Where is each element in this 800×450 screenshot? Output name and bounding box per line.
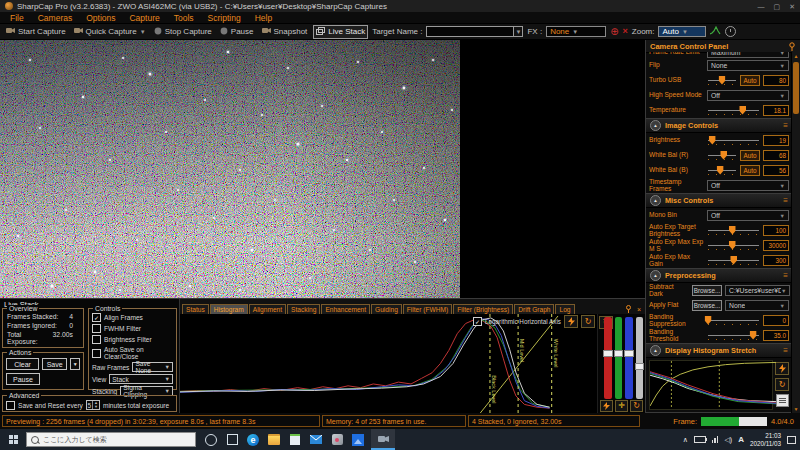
start-capture-button[interactable]: Start Capture	[4, 26, 68, 37]
high-speed-mode-select[interactable]: Off▼	[707, 90, 789, 101]
scrollbar-thumb[interactable]	[793, 62, 799, 114]
store-icon[interactable]	[288, 433, 302, 447]
pause-button[interactable]: Pause	[6, 373, 40, 385]
tab-filter-brightness-[interactable]: Filter (Brightness)	[453, 304, 513, 314]
mono-bin-select[interactable]: Off▼	[707, 210, 789, 221]
taskbar-search[interactable]: ここに入力して検索	[26, 432, 196, 447]
auto-stretch-icon[interactable]	[564, 315, 578, 328]
sharpcap-taskbar-button[interactable]	[371, 429, 395, 450]
tab-stacking[interactable]: Stacking	[287, 304, 320, 314]
scroll-up-icon[interactable]: ▲	[792, 52, 800, 60]
tab-status[interactable]: Status	[182, 304, 209, 314]
quick-capture-button[interactable]: Quick Capture▼	[72, 26, 148, 37]
stretch-reset-icon[interactable]: ↻	[775, 378, 789, 391]
browse-button[interactable]: Browse...	[692, 300, 722, 311]
fwhm-filter-checkbox[interactable]	[92, 324, 101, 333]
menu-options[interactable]: Options	[79, 13, 122, 23]
tab-guiding[interactable]: Guiding	[371, 304, 402, 314]
banding-threshold-slider[interactable]	[707, 330, 760, 342]
menu-help[interactable]: Help	[248, 13, 279, 23]
clock-icon[interactable]	[725, 26, 736, 37]
auto-button[interactable]: Auto	[740, 165, 760, 176]
maximize-button[interactable]: ▢	[774, 3, 781, 10]
menu-tools[interactable]: Tools	[167, 13, 201, 23]
battery-icon[interactable]	[694, 436, 706, 443]
temperature-slider[interactable]	[707, 105, 760, 117]
close-button[interactable]: ✕	[789, 3, 795, 10]
save-stretch-icon[interactable]	[776, 394, 789, 407]
white-bal-r--slider[interactable]	[707, 150, 737, 162]
clear-reticle-icon[interactable]: ×	[623, 27, 628, 36]
network-icon[interactable]	[712, 436, 719, 443]
auto-save-on-clear-close-checkbox[interactable]	[92, 349, 101, 358]
pause-button[interactable]: Pause	[218, 26, 256, 38]
edge-icon[interactable]: e	[246, 433, 260, 447]
tab-filter-fwhm-[interactable]: Filter (FWHM)	[403, 304, 452, 314]
volume-icon[interactable]: ◁)	[724, 436, 732, 443]
auto-button[interactable]: Auto	[740, 75, 760, 86]
menu-scripting[interactable]: Scripting	[201, 13, 248, 23]
browse-button[interactable]: Browse...	[692, 285, 722, 296]
menu-file[interactable]: File	[3, 13, 31, 23]
auto-button[interactable]: Auto	[740, 150, 760, 161]
start-button[interactable]	[0, 429, 26, 450]
tab-histogram[interactable]: Histogram	[210, 304, 248, 314]
auto-exp-max-gain-slider[interactable]	[707, 255, 760, 267]
tab-enhancement[interactable]: Enhancement	[321, 304, 370, 314]
green-channel-slider[interactable]	[615, 317, 623, 399]
histogram-toolbar-icon[interactable]	[710, 26, 721, 37]
tab-log[interactable]: Log	[555, 304, 574, 314]
raw-frames-select[interactable]: Save None▼	[132, 362, 173, 372]
target-name-input[interactable]	[426, 26, 514, 37]
zoom-select[interactable]: Auto▼	[658, 26, 706, 37]
section-header-image-controls[interactable]: ▲Image Controls≡	[646, 118, 792, 133]
chevron-up-icon[interactable]: ▲	[650, 345, 661, 356]
flip-select[interactable]: None▼	[707, 60, 789, 71]
mail-icon[interactable]	[309, 433, 323, 447]
section-header-preprocessing[interactable]: ▲Preprocessing≡	[646, 268, 792, 283]
blue-channel-slider[interactable]	[625, 317, 633, 399]
luminance-channel-handle[interactable]	[635, 363, 645, 370]
menu-capture[interactable]: Capture	[122, 13, 166, 23]
tab-drift-graph[interactable]: Drift Graph	[514, 304, 554, 314]
align-frames-checkbox[interactable]: ✓	[92, 313, 101, 322]
chevron-up-icon[interactable]: ▲	[650, 120, 661, 131]
section-header-display-histogram-stretch[interactable]: ▲Display Histogram Stretch≡	[646, 343, 792, 358]
auto-exp-target-brightness-slider[interactable]	[707, 225, 760, 237]
save-reset-checkbox[interactable]	[6, 401, 15, 410]
red-channel-handle[interactable]	[603, 350, 613, 357]
tray-expand-icon[interactable]: ∧	[683, 436, 688, 443]
log-axis-checkbox[interactable]: ✓	[473, 317, 482, 326]
cortana-icon[interactable]	[204, 433, 218, 447]
auto-exp-max-exp-m-s-slider[interactable]	[707, 240, 760, 252]
auto-levels-icon[interactable]	[600, 400, 613, 412]
brightness-slider[interactable]	[707, 135, 760, 147]
live-stack-button[interactable]: Live Stack	[313, 25, 368, 39]
quick-capture-dropdown-icon[interactable]: ▼	[140, 29, 146, 35]
ime-indicator[interactable]: A	[738, 435, 744, 444]
stretch-auto-icon[interactable]	[775, 362, 789, 375]
luminance-channel-slider[interactable]	[636, 317, 644, 399]
reset-stretch-icon[interactable]: ↻	[581, 315, 595, 328]
file-explorer-icon[interactable]	[267, 433, 281, 447]
tab-alignment[interactable]: Alignment	[249, 304, 286, 314]
white-bal-b--slider[interactable]	[707, 165, 737, 177]
green-channel-handle[interactable]	[614, 350, 624, 357]
target-name-dropdown[interactable]: ▼	[514, 26, 523, 37]
paint3d-icon[interactable]	[330, 433, 344, 447]
section-menu-icon[interactable]: ≡	[783, 197, 788, 205]
chevron-up-icon[interactable]: ▲	[650, 195, 661, 206]
frame-rate-limit-select[interactable]: Maximum▼	[707, 52, 789, 58]
blue-channel-handle[interactable]	[624, 350, 634, 357]
fx-select[interactable]: None▼	[546, 26, 606, 37]
taskbar-clock[interactable]: 21:03 2020/11/03	[750, 432, 781, 446]
action-center-icon[interactable]	[787, 436, 796, 444]
banding-suppression-slider[interactable]	[707, 315, 760, 327]
turbo-usb-slider[interactable]	[707, 75, 737, 87]
brightness-filter-checkbox[interactable]	[92, 335, 101, 344]
menu-cameras[interactable]: Cameras	[31, 13, 79, 23]
apply-levels-icon[interactable]: ✛	[615, 400, 628, 412]
dock-close-icon[interactable]: ×	[637, 306, 641, 313]
save-dropdown[interactable]: ▼	[70, 358, 80, 370]
minutes-spinner[interactable]: 5 ▲▼	[86, 400, 100, 410]
